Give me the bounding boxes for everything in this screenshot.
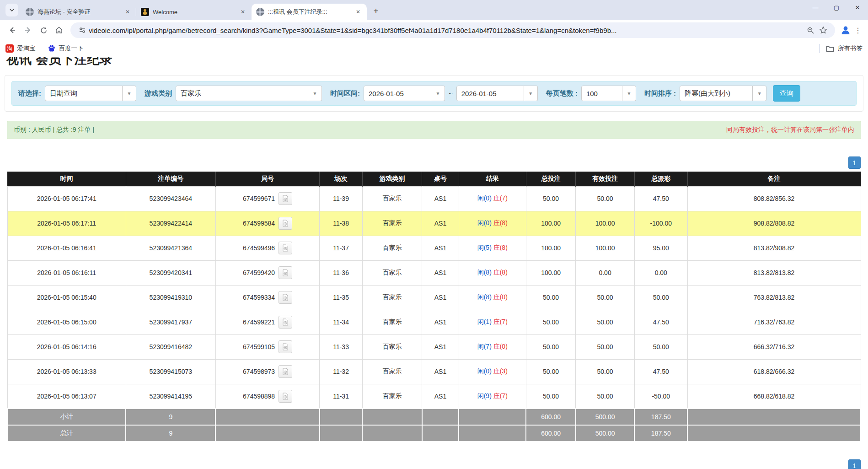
- tab-search-button[interactable]: [5, 4, 18, 16]
- note-cell: 618.82/666.32: [687, 359, 861, 384]
- game-type-dropdown-button[interactable]: ▼: [308, 86, 322, 101]
- browser-tab-strip: 海燕论坛 - 安全验证 ✕ Welcome ✕ :::视讯 会员下注纪录::: …: [0, 0, 868, 20]
- address-bar[interactable]: videoie.com/ipl/portal.php/game/betrecor…: [70, 22, 835, 38]
- query-type-combo: ▼: [45, 86, 136, 101]
- table-number-cell: AS1: [422, 211, 459, 236]
- table-row: 2026-01-05 06:17:41 523099423464 6745996…: [7, 186, 861, 211]
- subtotal-count: 9: [126, 409, 215, 425]
- browser-menu-button[interactable]: ⋮: [852, 23, 863, 37]
- date-from-dropdown-button[interactable]: ▼: [431, 86, 445, 101]
- note-cell: 813.82/908.82: [687, 236, 861, 260]
- total-bet-link[interactable]: 100.00: [526, 211, 575, 236]
- page-size-input[interactable]: [581, 86, 622, 101]
- sort-order-input[interactable]: [680, 86, 753, 101]
- page-1-button[interactable]: 1: [848, 459, 861, 469]
- query-type-dropdown-button[interactable]: ▼: [123, 86, 136, 101]
- valid-bet-cell: 100.00: [576, 211, 635, 236]
- sort-order-dropdown-button[interactable]: ▼: [753, 86, 766, 101]
- banker-result: 庄(7): [493, 194, 508, 202]
- banker-result: 庄(7): [493, 318, 508, 325]
- video-replay-button[interactable]: [279, 365, 292, 378]
- video-file-icon: [282, 220, 289, 227]
- player-result: 闲(8): [477, 293, 493, 301]
- video-replay-button[interactable]: [279, 192, 292, 205]
- bet-id-cell: 523099417937: [126, 310, 215, 334]
- tab-haiyan-forum[interactable]: 海燕论坛 - 安全验证 ✕: [21, 4, 136, 20]
- reload-button[interactable]: [36, 22, 51, 38]
- profile-avatar[interactable]: [839, 23, 852, 37]
- round-number: 674599221: [243, 318, 275, 326]
- round-id-cell: 674599584: [215, 211, 320, 236]
- video-replay-button[interactable]: [279, 266, 292, 279]
- home-button[interactable]: [51, 22, 67, 38]
- video-replay-button[interactable]: [279, 340, 292, 353]
- site-settings-icon[interactable]: [76, 24, 89, 37]
- tab-bet-records-active[interactable]: :::视讯 会员下注纪录::: ✕: [252, 4, 367, 20]
- date-to-input[interactable]: [456, 86, 524, 101]
- table-row: 2026-01-05 06:13:07 523099414195 6745988…: [7, 384, 861, 409]
- note-cell: 813.82/813.82: [687, 260, 861, 285]
- video-replay-button[interactable]: [279, 242, 292, 254]
- player-result: 闲(5): [477, 244, 493, 251]
- back-button[interactable]: [5, 22, 20, 38]
- game-type-combo: ▼: [176, 86, 322, 101]
- table-header-row: 时间注单编号局号场次游戏类别桌号结果总投注有效投注总派彩备注: [7, 172, 861, 186]
- total-bet-link[interactable]: 50.00: [526, 359, 575, 384]
- payout-cell: 47.50: [634, 310, 687, 334]
- close-button[interactable]: ✕: [847, 0, 868, 15]
- total-bet-link[interactable]: 50.00: [526, 384, 575, 409]
- payout-cell: -50.00: [634, 384, 687, 409]
- game-type-input[interactable]: [176, 86, 308, 101]
- session-cell: 11-36: [320, 260, 362, 285]
- date-from-input[interactable]: [364, 86, 431, 101]
- column-header: 游戏类别: [362, 172, 422, 186]
- new-tab-button[interactable]: +: [370, 5, 382, 17]
- total-bet-link[interactable]: 100.00: [526, 236, 575, 260]
- result-cell: 闲(0) 庄(7): [459, 186, 526, 211]
- video-replay-button[interactable]: [279, 291, 292, 304]
- tab-close-icon[interactable]: ✕: [239, 8, 247, 16]
- video-replay-button[interactable]: [279, 217, 292, 230]
- search-button[interactable]: 查询: [773, 85, 800, 102]
- video-file-icon: [282, 393, 289, 400]
- all-bookmarks-button[interactable]: 所有书签: [826, 44, 863, 53]
- game-type-label: 游戏类别: [145, 89, 172, 98]
- baidu-paw-icon: [48, 44, 56, 53]
- tab-welcome[interactable]: Welcome ✕: [136, 4, 252, 20]
- valid-bet-cell: 50.00: [576, 186, 635, 211]
- total-bet-link[interactable]: 50.00: [526, 334, 575, 359]
- query-type-input[interactable]: [45, 86, 123, 101]
- bookmark-baidu[interactable]: 百度一下: [48, 44, 84, 53]
- table-body: 2026-01-05 06:17:41 523099423464 6745996…: [7, 186, 861, 409]
- bookmark-star-icon[interactable]: [817, 24, 830, 37]
- table-number-cell: AS1: [422, 285, 459, 310]
- date-from-combo: ▼: [364, 86, 445, 101]
- bookmark-taobao[interactable]: 淘 爱淘宝: [5, 44, 36, 53]
- video-replay-button[interactable]: [279, 390, 292, 403]
- payout-cell: 47.50: [634, 186, 687, 211]
- video-file-icon: [282, 195, 289, 202]
- payout-cell: 47.50: [634, 359, 687, 384]
- video-file-icon: [282, 269, 289, 276]
- date-to-dropdown-button[interactable]: ▼: [524, 86, 538, 101]
- summary-bar: 币别 : 人民币 | 总共 :9 注单 | 同局有效投注，统一计算在该局第一张注…: [7, 121, 861, 139]
- bookmarks-bar: 淘 爱淘宝 百度一下 所有书签: [0, 40, 868, 57]
- tab-close-icon[interactable]: ✕: [354, 8, 362, 16]
- total-bet-link[interactable]: 50.00: [526, 310, 575, 334]
- video-replay-button[interactable]: [279, 316, 292, 329]
- page-size-dropdown-button[interactable]: ▼: [622, 86, 636, 101]
- total-bet-link[interactable]: 50.00: [526, 186, 575, 211]
- player-result: 闲(9): [477, 392, 493, 399]
- zoom-out-icon[interactable]: [804, 24, 817, 37]
- table-number-cell: AS1: [422, 186, 459, 211]
- home-icon: [55, 26, 63, 34]
- forward-button[interactable]: [20, 22, 36, 38]
- maximize-button[interactable]: ▢: [826, 0, 847, 15]
- minimize-button[interactable]: —: [805, 0, 826, 15]
- page-1-button[interactable]: 1: [848, 156, 861, 169]
- grand-total-row: 总计 9 600.00 500.00 187.50: [7, 425, 861, 442]
- bet-id-cell: 523099414195: [126, 384, 215, 409]
- tab-close-icon[interactable]: ✕: [123, 8, 132, 16]
- total-bet-link[interactable]: 50.00: [526, 285, 575, 310]
- total-bet-link[interactable]: 100.00: [526, 260, 575, 285]
